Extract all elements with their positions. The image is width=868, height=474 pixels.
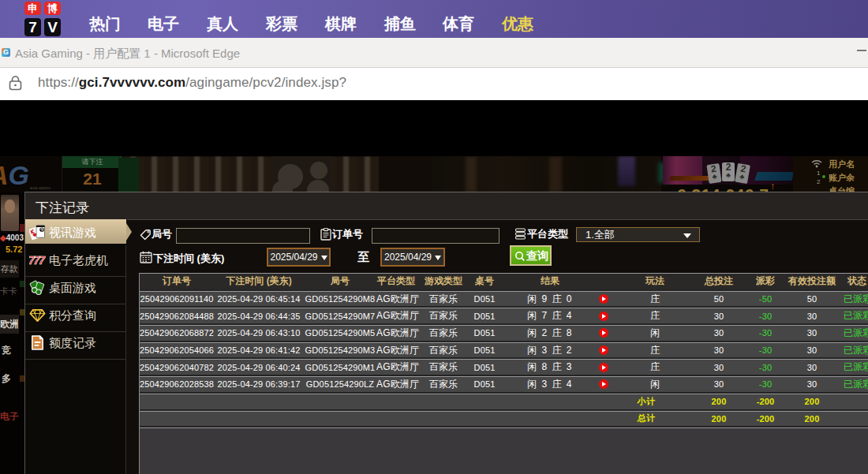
svg-text:777: 777 bbox=[29, 254, 46, 267]
